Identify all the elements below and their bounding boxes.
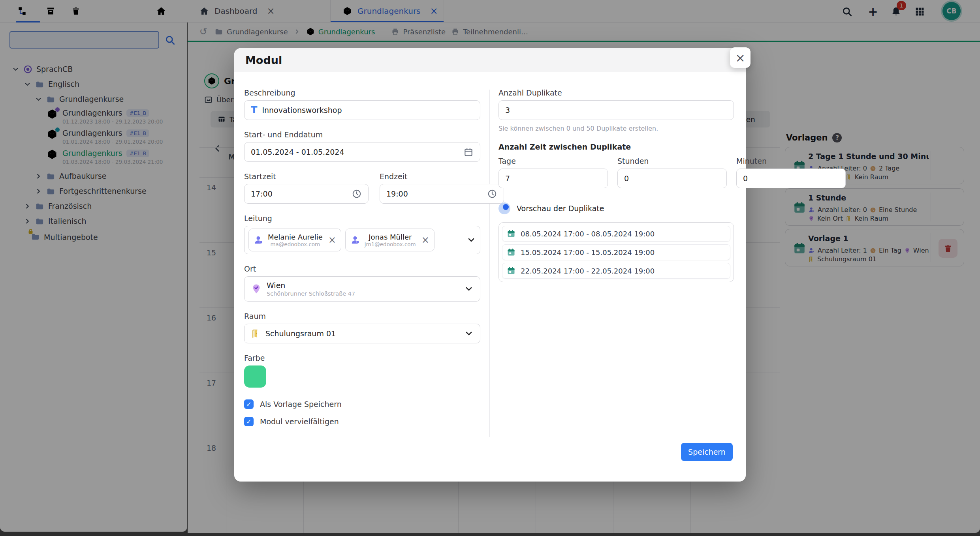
leader-name: Jonas Müller [365, 233, 416, 241]
room-select[interactable]: Schulungsraum 01 [244, 324, 480, 343]
text-format-icon: T [251, 105, 257, 115]
field-label: Tage [498, 157, 608, 165]
location-value: Wien [267, 281, 459, 290]
checkbox-save-template[interactable]: ✓ [244, 399, 254, 409]
check-icon: ✓ [246, 401, 251, 408]
minutes-input[interactable] [743, 174, 839, 183]
duplicate-row: 08.05.2024 17:00 - 08.05.2024 19:00 [502, 226, 730, 242]
days-input[interactable] [505, 174, 601, 183]
close-icon[interactable]: × [730, 47, 751, 68]
duplicate-dates: 22.05.2024 17:00 - 22.05.2024 19:00 [521, 267, 655, 275]
clock-icon[interactable] [352, 189, 362, 199]
calendar-icon [506, 266, 516, 275]
duplicate-dates: 15.05.2024 17:00 - 15.05.2024 19:00 [521, 248, 655, 257]
save-button[interactable]: Speichern [681, 443, 733, 461]
leader-chip[interactable]: Melanie Aurelie ma@edoobox.com × [248, 229, 341, 251]
hours-input[interactable] [624, 174, 720, 183]
calendar-icon[interactable] [463, 147, 474, 157]
checkbox-label: Als Vorlage Speichern [260, 400, 342, 409]
start-time-field[interactable] [244, 184, 369, 204]
duplicates-preview-list: 08.05.2024 17:00 - 08.05.2024 19:00 15.0… [498, 222, 734, 282]
preview-toggle[interactable] [498, 202, 510, 214]
leader-name: Melanie Aurelie [268, 233, 323, 241]
color-swatch[interactable] [244, 365, 266, 388]
chevron-down-icon[interactable] [464, 284, 474, 294]
minutes-field[interactable] [736, 169, 846, 188]
field-label: Minuten [736, 157, 846, 165]
field-label: Endzeit [380, 172, 504, 181]
leader-email: jm1@edoobox.com [365, 241, 416, 247]
hours-field[interactable] [617, 169, 727, 188]
duplicate-row: 22.05.2024 17:00 - 22.05.2024 19:00 [502, 263, 730, 279]
section-label: Anzahl Zeit zwischen Duplikate [498, 142, 734, 151]
check-icon: ✓ [246, 418, 251, 425]
date-range-input[interactable] [251, 148, 459, 156]
toggle-dot [503, 204, 509, 210]
duplicates-count-field[interactable] [498, 100, 734, 120]
duplicates-count-input[interactable] [505, 106, 727, 114]
checkbox-label: Modul vervielfältigen [260, 417, 339, 426]
start-time-input[interactable] [251, 189, 347, 198]
days-field[interactable] [498, 169, 608, 188]
field-label: Ort [244, 264, 480, 273]
helper-text: Sie können zwischen 0 und 50 Duplikate e… [498, 125, 734, 132]
modul-dialog: Modul × Beschreibung T Start- und Enddat… [234, 48, 746, 482]
description-input[interactable] [262, 106, 474, 114]
date-range-field[interactable] [244, 142, 480, 162]
toggle-label: Vorschau der Duplikate [517, 204, 604, 213]
field-label: Farbe [244, 354, 480, 362]
calendar-icon [506, 229, 516, 238]
dialog-title: Modul [234, 48, 746, 72]
clock-icon[interactable] [487, 189, 497, 199]
checkbox-duplicate-module[interactable]: ✓ [244, 417, 254, 426]
field-label: Stunden [617, 157, 727, 165]
field-label: Startzeit [244, 172, 369, 181]
door-icon [251, 329, 261, 339]
field-label: Anzahl Duplikate [498, 88, 734, 97]
field-label: Leitung [244, 214, 480, 223]
location-address: Schönbrunner Schloßstraße 47 [267, 290, 459, 297]
room-value: Schulungsraum 01 [265, 329, 459, 338]
description-field[interactable]: T [244, 100, 480, 120]
location-select[interactable]: Wien Schönbrunner Schloßstraße 47 [244, 276, 480, 302]
leaders-multiselect[interactable]: Melanie Aurelie ma@edoobox.com × Jonas M… [244, 226, 480, 254]
duplicate-dates: 08.05.2024 17:00 - 08.05.2024 19:00 [521, 230, 655, 238]
leader-email: ma@edoobox.com [268, 241, 323, 247]
remove-chip-icon[interactable]: × [421, 235, 429, 245]
chevron-down-icon[interactable] [464, 329, 474, 338]
remove-chip-icon[interactable]: × [328, 235, 336, 245]
pin-icon [251, 283, 262, 294]
person-icon [350, 235, 361, 245]
field-label: Raum [244, 312, 480, 320]
calendar-icon [506, 247, 516, 257]
end-time-input[interactable] [386, 189, 482, 198]
person-icon [254, 235, 264, 245]
end-time-field[interactable] [380, 184, 504, 204]
field-label: Beschreibung [244, 88, 480, 97]
divider [489, 90, 490, 437]
leader-chip[interactable]: Jonas Müller jm1@edoobox.com × [345, 229, 435, 251]
field-label: Start- und Enddatum [244, 130, 480, 139]
duplicate-row: 15.05.2024 17:00 - 15.05.2024 19:00 [502, 244, 730, 260]
chevron-down-icon[interactable] [466, 235, 476, 245]
